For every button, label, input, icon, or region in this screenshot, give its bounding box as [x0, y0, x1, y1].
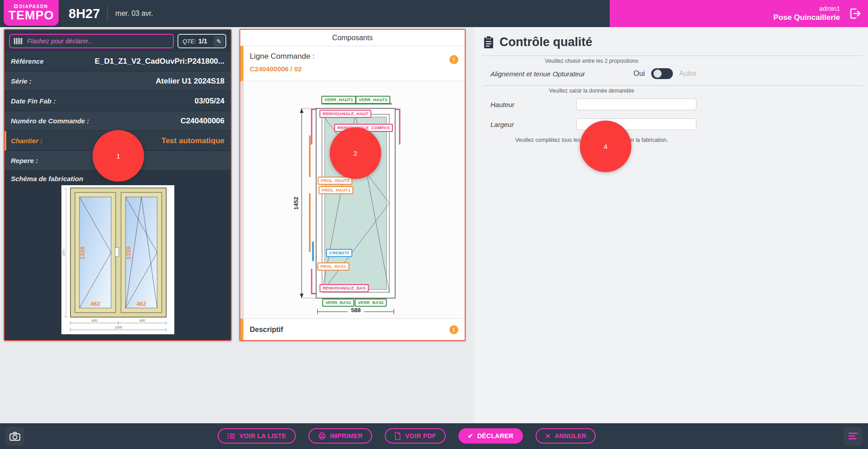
quantity-box: QTE: 1/1 ✎ [177, 34, 226, 48]
component-label: VERR_HAUT2 [355, 96, 390, 104]
info-value: 03/05/24 [195, 97, 224, 106]
info-value: Atelier U1 2024S18 [156, 77, 224, 86]
annuler-button[interactable]: ✕ ANNULER [536, 428, 596, 444]
quality-title-row: Contrôle qualité [483, 35, 593, 49]
button-label: DÉCLARER [477, 432, 513, 440]
declarer-button[interactable]: ✔ DÉCLARER [458, 428, 523, 444]
logo-grid-icon [14, 5, 18, 8]
ligne-commande-label: Ligne Commande : [250, 52, 445, 61]
quality-control-panel: Contrôle qualité Veuillez choisir entre … [474, 27, 868, 423]
component-drawing-stage: 1452 588 VERR_HAUT1 VERR_HAUT2 RENVOIANG… [244, 81, 465, 318]
input-hint: Veuillez saisir la donnée demandée [474, 88, 709, 94]
info-label: Série : [11, 77, 32, 85]
component-label: VERR_BAS1 [322, 299, 354, 307]
details-list-icon [849, 432, 858, 440]
file-icon [394, 432, 401, 440]
question-label: Alignement et tenue Opturateur [490, 70, 585, 78]
dim-width-588: 588 [351, 307, 361, 313]
annotation-circle-1: 1 [93, 130, 144, 182]
camera-icon [9, 430, 21, 442]
dim-sash-width-left: 600 [91, 318, 97, 323]
info-row-reference: Référence E_D1_Z1_V2_CadOuvPri:P241800..… [5, 51, 231, 71]
dim-glass-width-right: 462 [136, 300, 146, 307]
opturateur-toggle[interactable] [651, 68, 673, 79]
barcode-icon [14, 38, 23, 44]
voir-la-liste-button[interactable]: VOIR LA LISTE [218, 428, 296, 444]
toggle-group: Oui Autre [634, 68, 696, 79]
annotation-circle-4: 4 [580, 121, 631, 172]
dim-total-width: 1200 [114, 325, 122, 329]
clock-time: 8H27 [69, 6, 100, 21]
logout-icon [849, 7, 862, 20]
printer-icon [318, 432, 326, 440]
divider [482, 85, 863, 86]
ligne-commande-value: C240400006 / 02 [250, 65, 445, 73]
info-label: Date Fin Fab : [11, 97, 56, 105]
hauteur-label: Hauteur [490, 101, 514, 108]
toggle-knob [653, 70, 662, 78]
fabrication-schema: 1500 1326 1326 462 462 600 600 [61, 185, 174, 334]
option-autre-label: Autre [679, 70, 696, 78]
info-label: Chantier : [11, 137, 42, 145]
logout-button[interactable] [848, 7, 863, 21]
info-row-serie: Série : Atelier U1 2024S18 [5, 71, 231, 91]
close-icon: ✕ [545, 432, 551, 440]
component-label: VERR_BAS2 [355, 299, 387, 307]
details-button[interactable] [844, 427, 863, 446]
component-label: PROL_HAUT1 [318, 186, 353, 194]
page-title: Contrôle qualité [499, 35, 593, 49]
check-icon: ✔ [468, 432, 473, 440]
info-label: Référence [11, 57, 44, 65]
window-schema-drawing: 1500 1326 1326 462 462 600 600 [61, 185, 174, 334]
option-oui-label: Oui [634, 70, 645, 78]
edit-quantity-button[interactable]: ✎ [214, 36, 224, 47]
dim-total-height: 1500 [62, 249, 65, 257]
clock-date: mer. 03 avr. [115, 9, 153, 18]
ligne-commande-section[interactable]: Ligne Commande : C240400006 / 02 ! [240, 46, 465, 81]
pencil-icon: ✎ [216, 38, 221, 45]
composants-title: Composants [332, 34, 373, 42]
button-label: IMPRIMER [330, 432, 363, 440]
hauteur-input[interactable] [576, 98, 696, 110]
component-label: CREM270 [326, 249, 352, 257]
button-label: VOIR LA LISTE [239, 432, 286, 440]
info-row-date-fin-fab: Date Fin Fab : 03/05/24 [5, 91, 231, 111]
quantity-label: QTE: [182, 38, 196, 45]
info-value: C240400006 [181, 117, 224, 126]
choose-hint: Veuillez choisir entre les 2 proposition… [474, 58, 709, 64]
component-label: PROL_BAS1 [317, 262, 349, 271]
button-label: VOIR PDF [405, 432, 436, 440]
quantity-value: 1/1 [198, 37, 211, 45]
camera-button[interactable] [5, 427, 24, 446]
divider [482, 56, 863, 56]
user-block: admin1 Pose Quincaillerie [610, 0, 868, 27]
question-row-opturateur: Alignement et tenue Opturateur Oui Autre [474, 66, 709, 81]
app-logo: DIAPASON TEMPO [4, 0, 59, 26]
dim-glass-width-left: 462 [90, 300, 100, 307]
component-label: VERR_HAUT1 [321, 96, 356, 104]
dim-glass-height-right: 1326 [125, 247, 132, 260]
component-drawing-area: 1452 588 VERR_HAUT1 VERR_HAUT2 RENVOIANG… [240, 81, 465, 318]
logo-line2: TEMPO [8, 9, 54, 22]
descriptif-section[interactable]: Descriptif ! [240, 318, 465, 340]
button-label: ANNULER [555, 432, 587, 440]
warning-icon: ! [449, 325, 458, 334]
composants-panel: Composants Ligne Commande : C240400006 /… [239, 29, 466, 341]
workstation-name: Pose Quincaillerie [774, 13, 840, 22]
dim-sash-width-right: 600 [139, 318, 145, 323]
info-row-numero-commande: Numéro de Commande : C240400006 [5, 111, 231, 131]
top-bar: DIAPASON TEMPO 8H27 mer. 03 avr. admin1 … [0, 0, 868, 27]
dim-height-1452: 1452 [293, 197, 299, 210]
component-label: RENVOIANGLE_BAS [319, 284, 369, 292]
info-label: Schéma de fabrication [11, 175, 83, 182]
info-value: E_D1_Z1_V2_CadOuvPri:P241800... [95, 57, 224, 66]
declaration-panel: QTE: 1/1 ✎ Référence E_D1_Z1_V2_CadOuvPr… [4, 29, 232, 341]
scan-input-wrap [9, 34, 174, 48]
info-label: Numéro de Commande : [11, 117, 89, 125]
scan-input[interactable] [27, 37, 169, 45]
voir-pdf-button[interactable]: VOIR PDF [385, 428, 446, 444]
component-label: RENVOIANGLE_HAUT [319, 110, 371, 118]
list-icon [227, 433, 235, 440]
dim-glass-height-left: 1326 [79, 247, 86, 260]
imprimer-button[interactable]: IMPRIMER [308, 428, 372, 444]
